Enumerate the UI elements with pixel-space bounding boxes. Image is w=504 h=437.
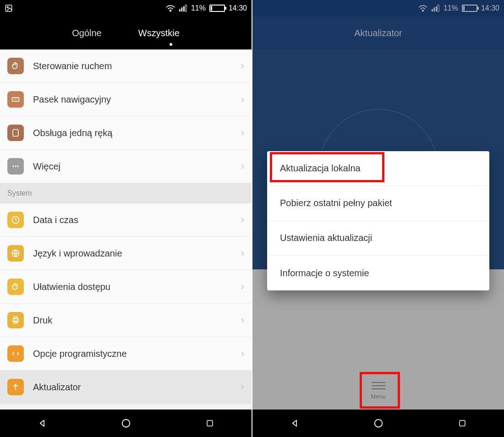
section-system: System [0,183,252,203]
clock-icon [7,212,24,228]
android-nav-bar [252,410,504,437]
list-item-label: Ułatwienia dostępu [33,282,241,292]
battery-icon [209,5,225,12]
back-button[interactable] [36,417,48,429]
chevron-right-icon: › [241,160,244,172]
list-item-label: Język i wprowadzanie [33,248,241,259]
recent-button[interactable] [204,417,216,429]
list-item-label: Pasek nawigacyjny [33,94,241,105]
updater-screen: 11% 14:30 Aktualizator Aktualizacja loka… [252,0,504,437]
svg-rect-4 [181,7,182,11]
wifi-icon [165,5,175,12]
svg-point-2 [170,10,171,11]
chevron-right-icon: › [241,60,244,72]
back-button[interactable] [289,417,301,429]
item-motion-control[interactable]: Sterowanie ruchem › [0,49,252,83]
signal-icon [179,5,187,12]
svg-rect-5 [183,6,185,12]
svg-rect-3 [179,9,181,11]
home-button[interactable] [120,417,132,429]
item-print[interactable]: Druk › [0,304,252,337]
accessibility-icon [7,279,24,295]
svg-rect-6 [185,5,186,11]
svg-rect-18 [207,421,213,426]
item-navigation-bar[interactable]: Pasek nawigacyjny › [0,83,252,116]
chevron-right-icon: › [241,93,244,105]
chevron-right-icon: › [241,314,244,326]
item-date-time[interactable]: Data i czas › [0,203,252,237]
list-item-label: Data i czas [33,215,241,225]
svg-point-1 [7,6,8,8]
navbar-icon [7,91,24,108]
svg-rect-16 [14,321,17,323]
svg-rect-8 [13,130,18,137]
status-bar: 11% 14:30 [0,0,252,16]
image-icon [5,4,13,12]
recent-button[interactable] [456,417,468,429]
item-accessibility[interactable]: Ułatwienia dostępu › [0,270,252,304]
popup-system-info[interactable]: Informacje o systemie [267,256,489,290]
tab-general[interactable]: Ogólne [72,28,102,38]
chevron-right-icon: › [241,281,244,293]
list-item-label: Sterowanie ruchem [33,61,241,71]
battery-percent: 11% [191,4,206,12]
popup-local-update[interactable]: Aktualizacja lokalna [267,151,489,186]
item-developer-options[interactable]: Opcje programistyczne › [0,337,252,371]
settings-screen: 11% 14:30 Ogólne Wszystkie Sterowanie ru… [0,0,252,437]
menu-button[interactable]: Menu [361,377,396,405]
item-more[interactable]: Więcej › [0,150,252,183]
list-item-label: Druk [33,315,241,326]
chevron-right-icon: › [241,247,244,259]
hamburger-icon [372,382,385,389]
chevron-right-icon: › [241,214,244,226]
menu-label: Menu [371,393,386,400]
hand-icon [7,58,24,74]
tab-all[interactable]: Wszystkie [138,28,180,38]
svg-rect-0 [5,5,12,11]
chevron-right-icon: › [241,381,244,393]
svg-point-9 [12,165,14,167]
svg-point-11 [17,165,18,167]
popup-update-settings[interactable]: Ustawienia aktualizacji [267,221,489,256]
home-button[interactable] [373,417,384,429]
svg-point-24 [374,420,382,427]
list-item-label: Więcej [33,161,241,172]
menu-popup: Aktualizacja lokalna Pobierz ostatni peł… [267,151,489,290]
item-updater[interactable]: Aktualizator › [0,371,252,404]
one-hand-icon [7,125,24,141]
list-item-label: Obsługa jedną ręką [33,128,241,138]
item-language[interactable]: Język i wprowadzanie › [0,237,252,270]
update-up-icon [7,379,24,395]
svg-point-10 [15,165,16,167]
svg-rect-15 [14,317,17,319]
popup-download-full[interactable]: Pobierz ostatni pełny pakiet [267,186,489,221]
code-icon [7,345,24,362]
chevron-right-icon: › [241,127,244,139]
svg-rect-25 [460,421,465,426]
settings-list: Sterowanie ruchem › Pasek nawigacyjny › … [0,49,252,404]
globe-icon [7,245,24,262]
list-item-label: Aktualizator [33,382,241,393]
tabs: Ogólne Wszystkie [0,16,252,49]
printer-icon [7,312,24,328]
more-icon [7,158,24,175]
list-item-label: Opcje programistyczne [33,349,241,359]
android-nav-bar [0,410,252,437]
svg-point-17 [122,420,130,427]
item-one-hand[interactable]: Obsługa jedną ręką › [0,116,252,150]
chevron-right-icon: › [241,348,244,360]
clock: 14:30 [229,4,247,12]
